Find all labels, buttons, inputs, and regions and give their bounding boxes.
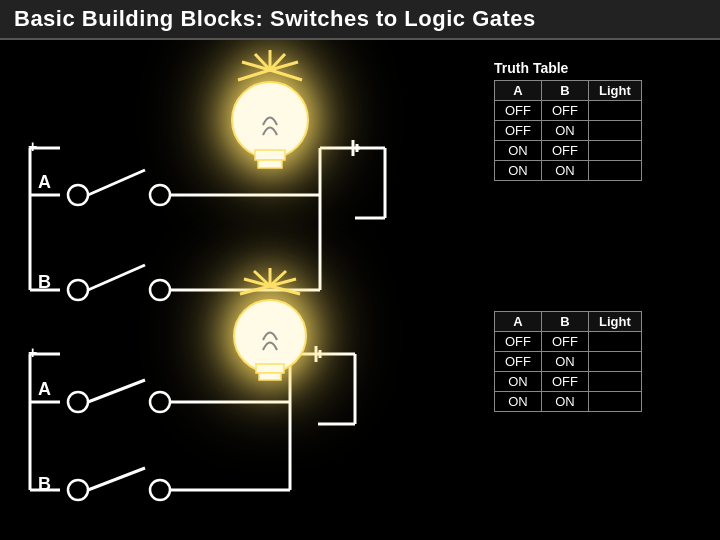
- table-cell: ON: [542, 161, 589, 181]
- circuit2-switch-a-right: [150, 392, 170, 412]
- svg-rect-49: [259, 373, 281, 380]
- circuit1-switch-b-right: [150, 280, 170, 300]
- table-row: ONON: [495, 161, 642, 181]
- svg-rect-23: [255, 150, 285, 160]
- circuit-svg: + A B: [0, 40, 460, 530]
- truth-table-1-container: Truth Table A B Light OFFOFFOFFONONOFFON…: [494, 60, 706, 181]
- circuit2-switch-b-right: [150, 480, 170, 500]
- table-row: ONON: [495, 392, 642, 412]
- table-row: ONOFF: [495, 372, 642, 392]
- table-cell: ON: [542, 392, 589, 412]
- table-cell: ON: [542, 121, 589, 141]
- table1-header-b: B: [542, 81, 589, 101]
- circuit2-switch-a-wire: [88, 380, 145, 402]
- table-cell: [589, 372, 642, 392]
- svg-rect-48: [256, 364, 284, 373]
- svg-point-47: [234, 300, 306, 372]
- table2-header-b: B: [542, 312, 589, 332]
- table-cell: [589, 121, 642, 141]
- bulb2: [234, 268, 306, 380]
- svg-point-22: [232, 82, 308, 158]
- table-cell: OFF: [542, 141, 589, 161]
- table-cell: OFF: [542, 332, 589, 352]
- tables-area: Truth Table A B Light OFFOFFOFFONONOFFON…: [480, 40, 720, 530]
- table-cell: OFF: [495, 352, 542, 372]
- circuit1-switch-b-wire: [88, 265, 145, 290]
- table-cell: [589, 141, 642, 161]
- bulb1: [232, 50, 308, 168]
- truth-table-2: A B Light OFFOFFOFFONONOFFONON: [494, 311, 642, 412]
- table-cell: OFF: [495, 121, 542, 141]
- circuit1-switch-a-right: [150, 185, 170, 205]
- table-row: OFFON: [495, 352, 642, 372]
- svg-rect-24: [258, 160, 282, 168]
- circuit2-a-label: A: [38, 379, 51, 399]
- table-cell: [589, 352, 642, 372]
- page-title: Basic Building Blocks: Switches to Logic…: [0, 0, 720, 40]
- table-cell: ON: [495, 141, 542, 161]
- table-cell: [589, 101, 642, 121]
- table-cell: OFF: [495, 332, 542, 352]
- circuit-area: + A B: [0, 40, 480, 530]
- table-cell: [589, 392, 642, 412]
- table-row: ONOFF: [495, 141, 642, 161]
- table2-header-light: Light: [589, 312, 642, 332]
- table1-header-light: Light: [589, 81, 642, 101]
- table1-header-a: A: [495, 81, 542, 101]
- title-text: Basic Building Blocks: Switches to Logic…: [14, 6, 536, 31]
- truth-table-2-container: A B Light OFFOFFOFFONONOFFONON: [494, 311, 706, 412]
- table-cell: OFF: [542, 372, 589, 392]
- circuit1-a-label: A: [38, 172, 51, 192]
- table-cell: ON: [495, 372, 542, 392]
- table-cell: OFF: [542, 101, 589, 121]
- svg-line-20: [238, 70, 270, 80]
- circuit2-switch-a-left: [68, 392, 88, 412]
- circuit1-switch-b-left: [68, 280, 88, 300]
- circuit1-switch-a-left: [68, 185, 88, 205]
- circuit2-switch-b-left: [68, 480, 88, 500]
- table-cell: OFF: [495, 101, 542, 121]
- table-row: OFFON: [495, 121, 642, 141]
- table-cell: [589, 161, 642, 181]
- table-cell: ON: [495, 392, 542, 412]
- truth-table-1: A B Light OFFOFFOFFONONOFFONON: [494, 80, 642, 181]
- table2-header-a: A: [495, 312, 542, 332]
- truth-table-1-label: Truth Table: [494, 60, 706, 76]
- table-cell: ON: [495, 161, 542, 181]
- table-cell: ON: [542, 352, 589, 372]
- table-row: OFFOFF: [495, 101, 642, 121]
- circuit2-switch-b-wire: [88, 468, 145, 490]
- table-cell: [589, 332, 642, 352]
- svg-line-21: [270, 70, 302, 80]
- circuit1-switch-a-wire: [88, 170, 145, 195]
- table-row: OFFOFF: [495, 332, 642, 352]
